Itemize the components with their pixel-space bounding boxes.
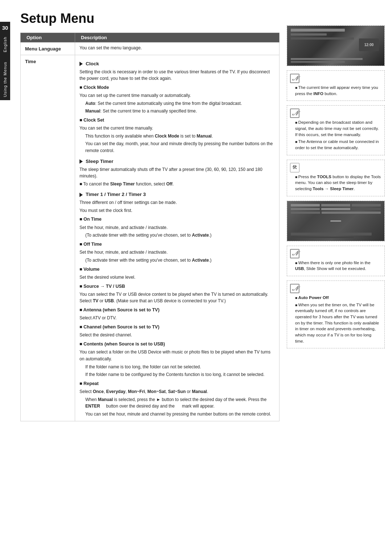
antenna-bullet: Antenna (when Source is set to TV) (79, 307, 275, 314)
right-panel-image1: 12:00 (287, 25, 385, 66)
note-icon-4: 𝒩 (290, 284, 299, 293)
sleep-timer-cancel: ■ To cancel the Sleep Timer function, se… (79, 181, 275, 188)
repeat-desc: Select Once, Everyday, Mon~Fri, Mon~Sat,… (79, 388, 275, 395)
clock-label: Clock (86, 60, 99, 68)
clock-set-bullet: Clock Set (79, 117, 275, 124)
clock-set-note1: This function is only available when Clo… (79, 133, 275, 140)
timer-heading: Timer 1 / Timer 2 / Timer 3 (79, 191, 275, 199)
option-menu-language: Menu Language (21, 42, 75, 55)
note-autotime-item2: The Antenna or cable must be connected i… (295, 139, 381, 151)
note-info-item1: The current time will appear every time … (295, 85, 381, 97)
side-label-english: English (1, 34, 9, 55)
option-time: Time (21, 55, 75, 421)
source-bullet: Source → TV / USB (79, 283, 275, 290)
note-autotime-list: Depending on the broadcast station and s… (290, 119, 381, 151)
sleep-timer-heading: Sleep Timer (79, 158, 275, 165)
main-content: Setup Menu Option Description Menu Langu… (13, 0, 392, 432)
manual-desc: Manual: Set the current time to a manual… (79, 108, 275, 115)
clock-intro: Setting the clock is necessary in order … (79, 69, 275, 82)
timer-intro1: Three different on / off timer settings … (79, 199, 275, 206)
note-usb-item1: When there is only one photo file in the… (295, 260, 381, 272)
table-row-menu-language: Menu Language You can set the menu langu… (21, 42, 279, 55)
page-title: Setup Menu (20, 11, 279, 26)
right-panel-note-usb: 𝒩 When there is only one photo file in t… (287, 246, 385, 276)
antenna-desc: Select ATV or DTV. (79, 315, 275, 322)
clock-set-note2: You can set the day, month, year, hour a… (79, 140, 275, 154)
sleep-timer-label: Sleep Timer (86, 158, 113, 165)
table-row-time: Time Clock Setting the clock is necessar… (21, 55, 279, 421)
volume-bullet: Volume (79, 266, 275, 273)
right-panel-note-autotime: 𝒩 Depending on the broadcast station and… (287, 105, 385, 155)
note-autopower-list: Auto Power Off When you set the timer on… (290, 295, 381, 344)
left-column: Setup Menu Option Description Menu Langu… (20, 11, 287, 421)
note-icon-1: 𝒩 (290, 74, 299, 83)
on-time-bullet: On Time (79, 216, 275, 223)
side-tab: 30 English Using the Menus (0, 22, 10, 100)
side-label-menus: Using the Menus (1, 59, 9, 100)
timer-label: Timer 1 / Timer 2 / Timer 3 (86, 191, 146, 199)
repeat-note2: You can set the hour, minute and channel… (79, 411, 275, 418)
contents-note2: If the folder name to be configured by t… (79, 371, 275, 378)
contents-note1: If the folder name is too long, the fold… (79, 364, 275, 371)
desc-time: Clock Setting the clock is necessary in … (75, 55, 279, 421)
setup-table: Option Description Menu Language You can… (20, 33, 279, 421)
auto-desc: Auto: Set the current time automatically… (79, 100, 275, 107)
on-time-note: (To activate timer with the setting you'… (79, 232, 275, 239)
volume-desc: Set the desired volume level. (79, 274, 275, 281)
note-usb-list: When there is only one photo file in the… (290, 260, 381, 272)
channel-bullet: Channel (when Source is set to TV) (79, 324, 275, 331)
tv-screenshot-timer (287, 201, 384, 241)
repeat-note1: When Manual is selected, press the ► but… (79, 396, 275, 410)
clock-mode-bullet: Clock Mode (79, 84, 275, 91)
right-panel-tools: 🛠 Press the TOOLS button to display the … (287, 160, 385, 196)
timer-intro2: You must set the clock first. (79, 207, 275, 214)
channel-desc: Select the desired channel. (79, 332, 275, 339)
note-icon-2: 𝒩 (290, 109, 299, 118)
sleep-timer-desc: The sleep timer automatically shuts off … (79, 166, 275, 180)
menu-language-text: You can set the menu language. (79, 45, 275, 52)
sleep-timer-triangle-icon (79, 159, 83, 164)
clock-triangle-icon (79, 62, 83, 66)
off-time-desc: Set the hour, minute, and activate / ina… (79, 249, 275, 256)
source-desc: You can select the TV or USB device cont… (79, 291, 275, 304)
note-icon-3: 𝒩 (290, 249, 299, 258)
col-description-header: Description (75, 33, 279, 42)
contents-bullet: Contents (when Source is set to USB) (79, 341, 275, 348)
note-autopower-item1: When you set the timer on, the TV will b… (295, 302, 381, 344)
desc-menu-language: You can set the menu language. (75, 42, 279, 55)
tools-list: Press the TOOLS button to display the To… (290, 174, 381, 192)
note-info-list: The current time will appear every time … (290, 85, 381, 97)
contents-desc: You can select a folder on the USB Devic… (79, 349, 275, 362)
tools-icon: 🛠 (290, 163, 299, 172)
note-autotime-item1: Depending on the broadcast station and s… (295, 119, 381, 138)
on-time-desc: Set the hour, minute, and activate / ina… (79, 224, 275, 231)
clock-heading: Clock (79, 60, 275, 68)
tv-screenshot-clock: 12:00 (287, 26, 384, 66)
off-time-bullet: Off Time (79, 241, 275, 248)
timer-triangle-icon (79, 193, 83, 197)
note-autopower-head: Auto Power Off (295, 295, 381, 301)
right-panel-image2 (287, 201, 385, 241)
tools-item1: Press the TOOLS button to display the To… (295, 174, 381, 192)
table-header-row: Option Description (21, 33, 279, 42)
off-time-note: (To activate timer with the setting you'… (79, 257, 275, 264)
clock-mode-desc: You can set up the current time manually… (79, 92, 275, 99)
right-panel-note-autopower: 𝒩 Auto Power Off When you set the timer … (287, 281, 385, 348)
page-number: 30 (2, 22, 8, 34)
clock-set-desc: You can set the current time manually. (79, 125, 275, 132)
right-panel-note-info: 𝒩 The current time will appear every tim… (287, 70, 385, 101)
repeat-bullet: Repeat (79, 380, 275, 387)
right-column: 12:00 𝒩 The current time will appear eve… (287, 11, 385, 421)
col-option-header: Option (21, 33, 75, 42)
